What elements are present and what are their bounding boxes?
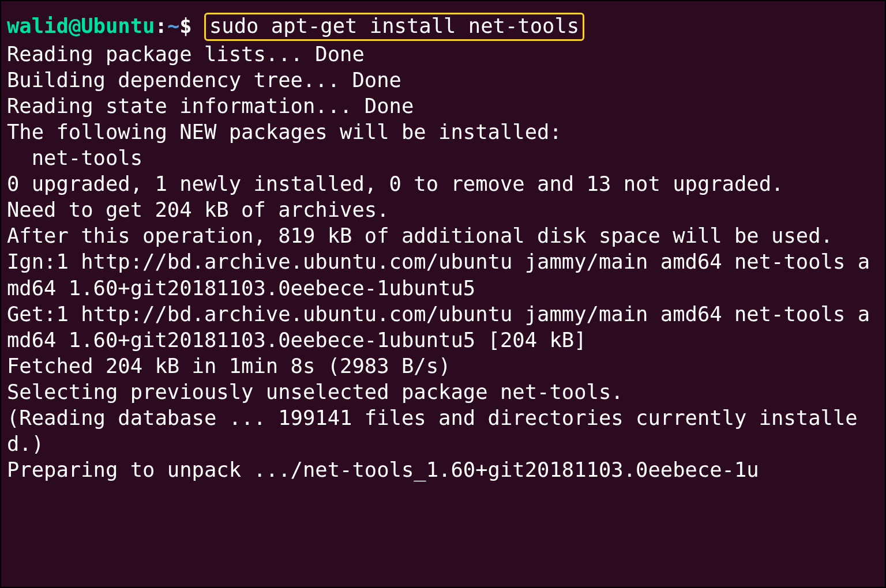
command-highlight: sudo apt-get install net-tools [204, 13, 584, 41]
prompt-host: Ubuntu [81, 14, 155, 37]
prompt-colon: : [155, 14, 167, 37]
terminal-output: Reading package lists... Done Building d… [7, 42, 870, 481]
prompt-at: @ [69, 14, 81, 37]
terminal-window[interactable]: walid@Ubuntu:~$ sudo apt-get install net… [0, 0, 886, 588]
prompt-path: ~ [167, 14, 179, 37]
prompt-dollar: $ [179, 14, 192, 37]
prompt-user: walid [7, 14, 69, 37]
